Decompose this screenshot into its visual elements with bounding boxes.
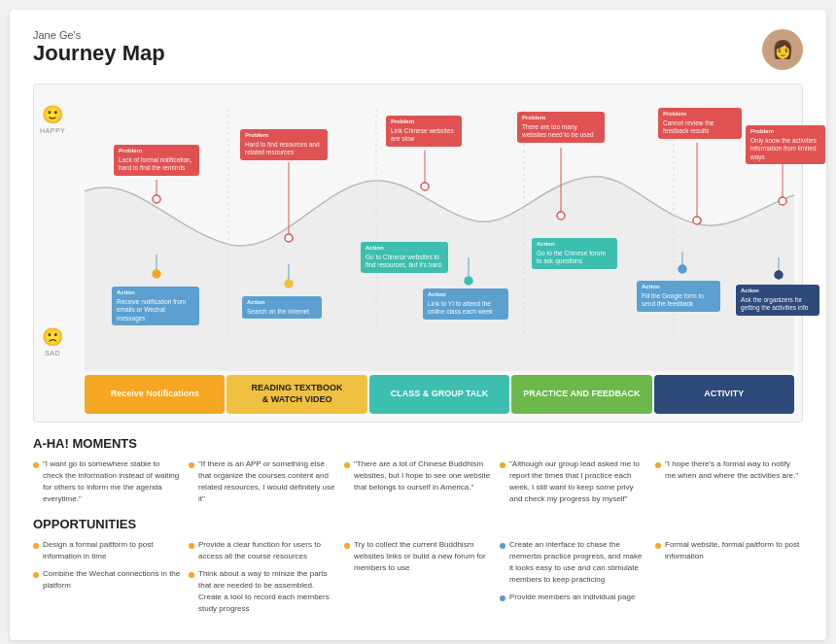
dot-p2: [285, 234, 293, 242]
action-card-2: Action Search on the internet: [242, 296, 322, 319]
problem-label-4: Problem: [522, 115, 600, 122]
page-title: Journey Map: [33, 41, 165, 66]
dot-p1: [153, 195, 160, 203]
problem-card-1: Problem Lack of formal notification, har…: [114, 145, 199, 176]
problem-card-5: Problem Cannot review the feedback resul…: [658, 108, 742, 139]
problem-text-4: There are too many websites need to be u…: [522, 123, 600, 140]
dot-p3: [421, 183, 429, 190]
problem-label-2: Problem: [245, 132, 323, 140]
action-card-4: Action Link to YI to attend the online c…: [423, 288, 508, 320]
action-text-7: Ask the organizers for getting the activ…: [741, 296, 815, 313]
action-text-6: Fill the Google form to send the feedbac…: [642, 292, 715, 309]
problem-card-3: Problem Link Chinese websites are slow: [386, 116, 462, 147]
problem-text-2: Hard to find resources and related resou…: [245, 141, 323, 157]
header: Jane Ge's Journey Map 👩: [33, 29, 803, 70]
aha-item-4: "Although our group lead asked me to rep…: [500, 458, 647, 505]
problem-label-5: Problem: [663, 111, 737, 119]
opp-col-5: Formal website, formal paltform to post …: [655, 539, 803, 621]
opp-section-title: OPPORTUNITIES: [33, 517, 803, 531]
action-label-4: Action: [428, 291, 504, 299]
action-label-3: Action: [366, 245, 443, 253]
problem-text-1: Lack of formal notification, hard to fin…: [119, 156, 194, 173]
happy-label: HAPPY: [40, 127, 65, 134]
dot-a1: [153, 270, 160, 278]
phase-bar-2: READING TEXTBOOK& WATCH VIDEO: [226, 375, 366, 414]
dot-p6: [779, 197, 786, 205]
opp-item-4-2: Provide members an individual page: [500, 592, 647, 603]
problem-label-1: Problem: [119, 148, 194, 155]
action-label-2: Action: [247, 299, 317, 307]
problem-label-3: Problem: [391, 119, 457, 126]
happy-face-icon: 🙂: [42, 104, 63, 125]
happy-emotion: 🙂 HAPPY: [40, 104, 65, 134]
aha-item-1: "I want go to somewhere stable to check …: [33, 458, 181, 505]
dot-a2: [285, 280, 293, 288]
action-label-6: Action: [642, 284, 715, 291]
opp-item-2-2: Think about a way to minize the parts th…: [189, 568, 336, 615]
action-text-2: Search on the internet: [247, 308, 317, 316]
action-card-5: Action Go to the Chinese forum to ask qu…: [532, 238, 617, 269]
phase-bar-4: PRACTICE AND FEEDBACK: [511, 375, 651, 414]
phase-bar-3: CLASS & GROUP TALK: [369, 375, 509, 414]
aha-section-title: A-HA! MOMENTS: [33, 436, 803, 451]
dot-p4: [557, 212, 565, 220]
sad-face-icon: 🙁: [42, 326, 63, 348]
opp-item-2-1: Provide a clear function for users to ac…: [189, 539, 336, 562]
problem-card-6: Problem Only know the activities informa…: [746, 125, 825, 164]
opp-col-3: Try to collect the current Buddhism webs…: [344, 539, 492, 621]
problem-text-5: Cannot review the feedback results: [663, 119, 737, 136]
opp-item-3-1: Try to collect the current Buddhism webs…: [344, 539, 492, 574]
avatar: 👩: [762, 29, 803, 70]
action-text-5: Go to the Chinese forum to ask questions: [537, 250, 612, 266]
aha-item-5: "I hope there's a formal way to notify m…: [655, 458, 803, 505]
action-card-7: Action Ask the organizers for getting th…: [736, 285, 819, 316]
problem-card-4: Problem There are too many websites need…: [517, 112, 605, 143]
journey-map-container: 🙂 HAPPY 🙁 SAD: [33, 84, 803, 423]
action-card-3: Action Go to Chinese websites to find re…: [361, 242, 448, 273]
dot-a7: [775, 271, 783, 279]
action-text-4: Link to YI to attend the online class ea…: [428, 300, 504, 317]
action-card-1: Action Receive notification from emails …: [112, 287, 199, 325]
sad-emotion: 🙁 SAD: [40, 326, 65, 356]
opp-col-2: Provide a clear function for users to ac…: [189, 539, 336, 621]
page-wrapper: Jane Ge's Journey Map 👩 🙂 HAPPY 🙁 SAD: [10, 10, 826, 640]
opp-col-4: Create an interface to chase the memerbs…: [500, 539, 647, 621]
opp-item-5-1: Formal website, formal paltform to post …: [655, 539, 803, 562]
problem-text-3: Link Chinese websites are slow: [391, 127, 457, 144]
dot-a6: [679, 265, 686, 273]
opp-item-1-1: Design a formal paltform to post informa…: [33, 539, 181, 562]
aha-grid: "I want go to somewhere stable to check …: [33, 458, 803, 505]
problem-card-2: Problem Hard to find resources and relat…: [240, 129, 328, 160]
phase-bars: Receive Notifications READING TEXTBOOK& …: [85, 375, 794, 414]
aha-item-3: "There are a lot of Chinese Buddhism web…: [344, 458, 492, 505]
phase-bar-1: Receive Notifications: [85, 375, 225, 414]
action-label-7: Action: [741, 288, 815, 295]
action-text-3: Go to Chinese websites to find resources…: [366, 254, 443, 270]
sad-label: SAD: [45, 350, 60, 356]
emotion-labels: 🙂 HAPPY 🙁 SAD: [40, 104, 65, 356]
phase-bar-5: ACTIVITY: [654, 375, 794, 414]
dot-p5: [693, 217, 701, 224]
action-label-5: Action: [537, 241, 612, 249]
opp-item-1-2: Combine the Wechat connections in the pl…: [33, 568, 181, 592]
problem-text-6: Only know the activities information fro…: [750, 137, 820, 161]
header-subtitle: Jane Ge's: [33, 29, 165, 41]
action-card-6: Action Fill the Google form to send the …: [637, 281, 720, 312]
opp-grid: Design a formal paltform to post informa…: [33, 539, 803, 621]
problem-label-6: Problem: [750, 128, 820, 136]
action-text-1: Receive notification from emails or Wech…: [117, 298, 194, 322]
avatar-emoji: 👩: [772, 39, 793, 60]
opp-item-4-1: Create an interface to chase the memerbs…: [500, 539, 647, 586]
dot-a4: [465, 277, 472, 285]
aha-item-2: "If there is an APP or something else th…: [189, 458, 336, 505]
action-label-1: Action: [117, 289, 194, 297]
opp-col-1: Design a formal paltform to post informa…: [33, 539, 181, 621]
header-title-area: Jane Ge's Journey Map: [33, 29, 165, 66]
